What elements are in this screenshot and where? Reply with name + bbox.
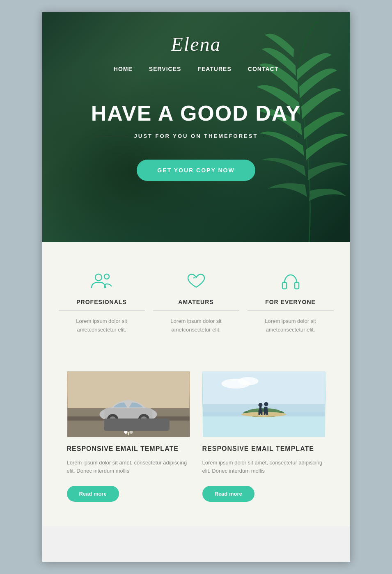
card-1-title: RESPONSIVE EMAIL TEMPLATE bbox=[67, 445, 190, 453]
site-logo: Elena bbox=[171, 33, 221, 55]
feature-amateurs-title: AMATEURS bbox=[153, 299, 239, 311]
hero-navigation: HOME SERVICES FEATURES CONTACT bbox=[114, 66, 278, 72]
hero-section: Elena HOME SERVICES FEATURES CONTACT HAV… bbox=[42, 12, 350, 242]
features-grid: PROFESIONALS Lorem ipsum dolor sit ametc… bbox=[59, 271, 334, 334]
card-1-dots bbox=[124, 430, 133, 434]
svg-point-10 bbox=[107, 414, 118, 425]
svg-point-17 bbox=[238, 377, 258, 385]
dot-1 bbox=[124, 430, 127, 434]
features-section: PROFESIONALS Lorem ipsum dolor sit ametc… bbox=[42, 242, 350, 363]
svg-point-12 bbox=[138, 414, 149, 425]
feature-professionals-desc: Lorem ipsum dolor sit ametconsectetur el… bbox=[59, 317, 145, 334]
card-2-title: RESPONSIVE EMAIL TEMPLATE bbox=[202, 445, 326, 453]
feature-amateurs-desc: Lorem ipsum dolor sit ametconsectetur el… bbox=[153, 317, 239, 334]
nav-services[interactable]: SERVICES bbox=[149, 66, 181, 72]
svg-rect-26 bbox=[261, 410, 262, 415]
svg-rect-30 bbox=[261, 409, 266, 411]
users-icon bbox=[89, 271, 114, 291]
card-1-desc: Lorem ipsum dolor sit amet, consectetur … bbox=[67, 459, 190, 476]
card-2-desc: Lorem ipsum dolor sit amet, consectetur … bbox=[202, 459, 326, 476]
nav-home[interactable]: HOME bbox=[114, 66, 133, 72]
card-2-read-more-button[interactable]: Read more bbox=[202, 486, 254, 502]
card-1-image bbox=[67, 371, 190, 437]
nav-features[interactable]: FEATURES bbox=[197, 66, 231, 72]
feature-everyone-desc: Lorem ipsum dolor sit ametconsectetur el… bbox=[248, 317, 334, 334]
svg-point-27 bbox=[264, 402, 268, 406]
card-2: RESPONSIVE EMAIL TEMPLATE Lorem ipsum do… bbox=[202, 371, 326, 502]
heart-icon bbox=[184, 271, 209, 291]
svg-point-11 bbox=[109, 416, 116, 423]
card-2-image bbox=[202, 371, 326, 437]
divider-line-right bbox=[264, 136, 297, 136]
hero-divider: JUST FOR YOU ON THEMEFOREST bbox=[95, 133, 297, 139]
svg-rect-28 bbox=[264, 410, 265, 415]
hero-cta-button[interactable]: GET YOUR COPY NOW bbox=[137, 160, 255, 181]
svg-rect-29 bbox=[266, 410, 268, 415]
feature-amateurs: AMATEURS Lorem ipsum dolor sit ametconse… bbox=[153, 271, 239, 334]
hero-content: Elena HOME SERVICES FEATURES CONTACT HAV… bbox=[42, 12, 350, 181]
hero-subtext: JUST FOR YOU ON THEMEFOREST bbox=[134, 133, 258, 139]
dot-2 bbox=[129, 430, 133, 434]
svg-point-1 bbox=[104, 274, 109, 279]
svg-rect-2 bbox=[282, 282, 287, 289]
cards-grid: RESPONSIVE EMAIL TEMPLATE Lorem ipsum do… bbox=[67, 371, 326, 502]
svg-rect-19 bbox=[203, 416, 325, 437]
feature-professionals: PROFESIONALS Lorem ipsum dolor sit ametc… bbox=[59, 271, 145, 334]
feature-everyone-title: FOR EVERYONE bbox=[248, 299, 334, 311]
svg-point-23 bbox=[258, 403, 262, 407]
nav-contact[interactable]: CONTACT bbox=[248, 66, 278, 72]
svg-rect-3 bbox=[295, 282, 299, 289]
feature-professionals-title: PROFESIONALS bbox=[59, 299, 145, 311]
page-wrapper: Elena HOME SERVICES FEATURES CONTACT HAV… bbox=[42, 12, 350, 562]
feature-everyone: FOR EVERYONE Lorem ipsum dolor sit ametc… bbox=[248, 271, 334, 334]
card-1: RESPONSIVE EMAIL TEMPLATE Lorem ipsum do… bbox=[67, 371, 190, 502]
card-1-read-more-button[interactable]: Read more bbox=[67, 486, 119, 502]
svg-point-0 bbox=[95, 274, 102, 281]
cards-section: RESPONSIVE EMAIL TEMPLATE Lorem ipsum do… bbox=[42, 363, 350, 527]
divider-line-left bbox=[95, 136, 128, 136]
svg-rect-15 bbox=[203, 371, 325, 404]
svg-rect-25 bbox=[258, 410, 260, 415]
hero-headline: HAVE A GOOD DAY bbox=[91, 101, 301, 126]
svg-point-13 bbox=[140, 416, 147, 423]
headphones-icon bbox=[278, 271, 303, 291]
